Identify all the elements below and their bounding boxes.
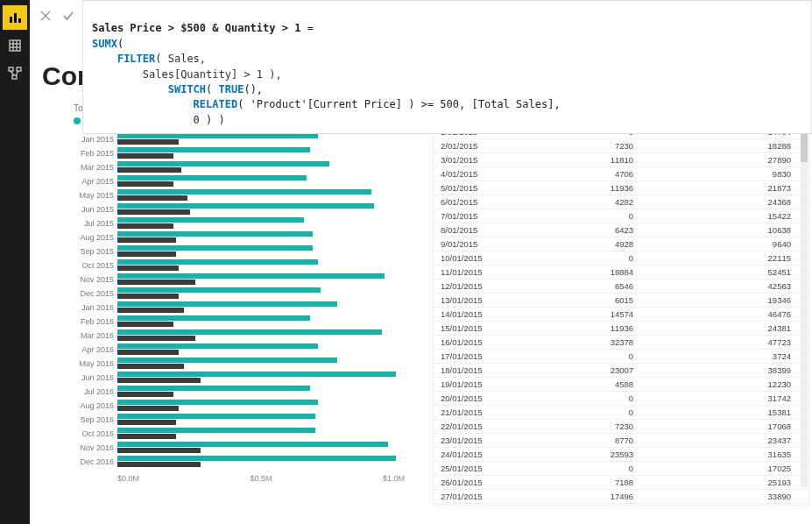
bar-filtered-sales[interactable] — [117, 364, 184, 369]
table-row[interactable]: 2/01/2015723018288 — [434, 139, 808, 153]
table-row[interactable]: 13/01/2015601519346 — [434, 294, 808, 308]
bar-row — [117, 441, 424, 455]
data-view-icon[interactable] — [3, 33, 27, 58]
table-row[interactable]: 19/01/2015458812230 — [434, 378, 808, 392]
bar-total-sales[interactable] — [117, 217, 304, 223]
bar-category-label: Dec 2015 — [74, 287, 117, 301]
bar-total-sales[interactable] — [117, 456, 396, 461]
table-row[interactable]: 11/01/20151888452451 — [434, 266, 808, 280]
bar-total-sales[interactable] — [117, 329, 382, 335]
bar-total-sales[interactable] — [117, 161, 329, 166]
bar-filtered-sales[interactable] — [117, 434, 176, 439]
bar-filtered-sales[interactable] — [117, 336, 195, 341]
bar-category-label: Mar 2016 — [74, 329, 117, 343]
table-row[interactable]: 24/01/20152359331635 — [434, 448, 808, 462]
bar-row — [117, 343, 424, 357]
bar-row — [117, 427, 424, 441]
table-row[interactable]: 14/01/20151457446476 — [434, 308, 808, 322]
bar-total-sales[interactable] — [117, 358, 337, 363]
bar-total-sales[interactable] — [117, 287, 321, 293]
bar-total-sales[interactable] — [117, 428, 315, 433]
bar-filtered-sales[interactable] — [117, 448, 201, 453]
bar-total-sales[interactable] — [117, 301, 337, 307]
report-view-icon[interactable] — [3, 5, 27, 30]
formula-commit-icon[interactable] — [61, 9, 75, 23]
bar-category-label: Apr 2015 — [74, 174, 117, 188]
table-row[interactable]: 27/01/20151749633890 — [434, 490, 808, 504]
bar-total-sales[interactable] — [117, 245, 313, 251]
bar-category-label: Nov 2016 — [74, 441, 117, 455]
table-row[interactable]: 12/01/2015654642563 — [434, 280, 808, 294]
table-row[interactable]: 25/01/2015017025 — [434, 462, 808, 476]
bar-filtered-sales[interactable] — [117, 209, 190, 215]
bar-total-sales[interactable] — [117, 414, 315, 419]
bar-total-sales[interactable] — [117, 189, 371, 195]
bar-filtered-sales[interactable] — [117, 462, 201, 467]
table-row[interactable]: 17/01/201503724 — [434, 350, 808, 364]
bar-category-label: Apr 2016 — [74, 343, 117, 357]
bar-total-sales[interactable] — [117, 231, 313, 237]
bar-category-label: Sep 2015 — [74, 244, 117, 258]
table-row[interactable]: 4/01/201547069830 — [434, 167, 808, 181]
bar-total-sales[interactable] — [117, 386, 310, 391]
table-row[interactable]: 10/01/2015022115 — [434, 251, 808, 266]
table-row[interactable]: 22/01/2015723017068 — [434, 420, 808, 434]
table-row[interactable]: 15/01/20151193624381 — [434, 322, 808, 336]
bar-filtered-sales[interactable] — [117, 294, 179, 299]
bar-total-sales[interactable] — [117, 203, 374, 209]
table-row[interactable]: 7/01/2015015422 — [434, 209, 808, 223]
table-row[interactable]: 8/01/2015642310638 — [434, 223, 808, 237]
bar-total-sales[interactable] — [117, 372, 396, 377]
bar-total-sales[interactable] — [117, 259, 318, 265]
formula-bar-controls — [39, 9, 75, 23]
bar-filtered-sales[interactable] — [117, 420, 176, 425]
table-row[interactable]: 21/01/2015015381 — [434, 406, 808, 420]
bar-total-sales[interactable] — [117, 147, 310, 152]
bar-total-sales[interactable] — [117, 442, 388, 447]
bar-row — [117, 258, 424, 273]
table-row[interactable]: 5/01/20151193621873 — [434, 181, 808, 195]
bar-total-sales[interactable] — [117, 343, 318, 349]
bar-category-label: Jul 2016 — [74, 385, 117, 399]
bar-total-sales[interactable] — [117, 315, 310, 321]
table-row[interactable]: 6/01/2015428224368 — [434, 195, 808, 209]
bar-filtered-sales[interactable] — [117, 223, 173, 229]
table-row[interactable]: 26/01/2015718825193 — [434, 476, 808, 490]
bar-filtered-sales[interactable] — [117, 237, 176, 243]
bar-filtered-sales[interactable] — [117, 392, 173, 397]
bar-filtered-sales[interactable] — [117, 181, 173, 187]
table-row[interactable]: 20/01/2015031742 — [434, 392, 808, 406]
bar-category-label: May 2016 — [74, 357, 117, 371]
bar-filtered-sales[interactable] — [117, 322, 173, 327]
bar-filtered-sales[interactable] — [117, 378, 201, 383]
bar-filtered-sales[interactable] — [117, 308, 184, 313]
bar-chart-visual[interactable]: Total Sales and Sales > $2000 & more tha… — [74, 103, 424, 483]
bar-total-sales[interactable] — [117, 400, 318, 405]
table-row[interactable]: 18/01/20152300738399 — [434, 364, 808, 378]
bar-total-sales[interactable] — [117, 273, 385, 279]
bar-filtered-sales[interactable] — [117, 153, 173, 159]
model-view-icon[interactable] — [3, 61, 27, 86]
bar-filtered-sales[interactable] — [117, 280, 195, 285]
table-scrollbar[interactable] — [801, 127, 808, 487]
bar-filtered-sales[interactable] — [117, 251, 176, 257]
bar-filtered-sales[interactable] — [117, 195, 187, 201]
bar-filtered-sales[interactable] — [117, 167, 181, 173]
bar-filtered-sales[interactable] — [117, 406, 179, 411]
bar-category-label: May 2015 — [74, 188, 117, 202]
formula-editor[interactable]: Sales Price > $500 & Quantity > 1 = SUMX… — [82, 0, 812, 134]
table-row[interactable]: 28/01/2015028594 — [434, 504, 808, 506]
table-row[interactable]: 16/01/20153237847723 — [434, 336, 808, 350]
bar-category-label: Dec 2016 — [74, 455, 117, 469]
svg-rect-2 — [18, 18, 21, 23]
bar-row — [117, 160, 424, 174]
bar-filtered-sales[interactable] — [117, 139, 179, 145]
table-row[interactable]: 9/01/201549289640 — [434, 237, 808, 251]
data-table-visual[interactable]: ··· Date Sales Price > $2000 & Quantity … — [433, 103, 809, 506]
bar-filtered-sales[interactable] — [117, 350, 179, 355]
formula-cancel-icon[interactable] — [39, 9, 53, 23]
table-row[interactable]: 23/01/2015877023437 — [434, 434, 808, 448]
bar-total-sales[interactable] — [117, 175, 307, 181]
table-row[interactable]: 3/01/20151181027890 — [434, 153, 808, 167]
bar-filtered-sales[interactable] — [117, 266, 179, 271]
